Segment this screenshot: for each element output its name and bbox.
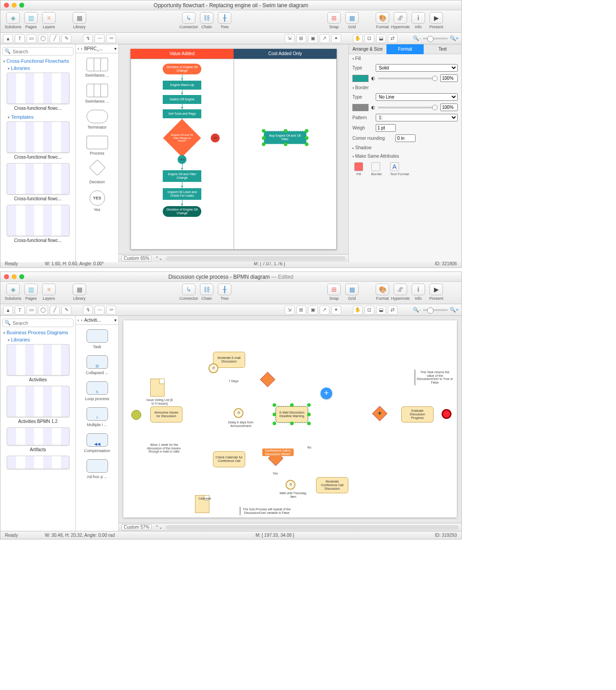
- decision-shape[interactable]: Engine Oil and Oil Filter Ready at Hand?: [163, 119, 201, 157]
- arrow-tool[interactable]: ↗: [320, 306, 330, 315]
- zoom-dropdown[interactable]: Custom 57%: [121, 524, 152, 530]
- stencil-item[interactable]: Swimlanes ...: [76, 79, 118, 105]
- selection-handle[interactable]: [290, 422, 294, 425]
- lane-cost-added[interactable]: Buy Engine Oil and Oil Filter: [234, 59, 337, 249]
- forward-icon[interactable]: ›: [81, 318, 82, 323]
- group-tool[interactable]: ▣: [308, 306, 318, 315]
- stencil-menu-icon[interactable]: ▾: [114, 318, 117, 323]
- stencil-item[interactable]: ◀◀Compensation: [76, 429, 118, 455]
- template-thumb[interactable]: [7, 205, 69, 236]
- timer-event[interactable]: ⏱: [208, 363, 218, 373]
- align-tool[interactable]: ⇲: [285, 34, 295, 43]
- rect-tool[interactable]: ▭: [26, 34, 36, 43]
- format-button[interactable]: Format: [373, 12, 391, 29]
- color-picker-icon[interactable]: ◐: [371, 105, 375, 110]
- stamp-tool[interactable]: ⬓: [376, 306, 386, 315]
- fill-color-swatch[interactable]: [352, 75, 369, 82]
- zoom-control[interactable]: 🔍- 🔍+: [413, 307, 459, 313]
- chain-button[interactable]: Chain: [198, 284, 216, 301]
- close-icon[interactable]: [4, 274, 9, 279]
- eyedropper-tool[interactable]: ✑: [106, 34, 116, 43]
- zoom-control[interactable]: 🔍- 🔍+: [413, 35, 459, 41]
- template-thumb[interactable]: [7, 163, 69, 194]
- process-shape[interactable]: Engine Warm-Up: [163, 81, 201, 90]
- process-shape[interactable]: Engine Oil and Filter Change: [163, 170, 201, 182]
- library-thumb[interactable]: [7, 456, 69, 469]
- parallel-gateway[interactable]: [372, 406, 387, 421]
- fill-type-select[interactable]: Solid: [376, 64, 458, 72]
- zoom-out-icon[interactable]: 🔍-: [413, 35, 421, 41]
- close-icon[interactable]: [4, 3, 9, 8]
- distribute-tool[interactable]: ⊞: [296, 306, 306, 315]
- selection-handle[interactable]: [262, 142, 265, 146]
- library-thumb[interactable]: [7, 344, 69, 375]
- chain-button[interactable]: Chain: [198, 12, 216, 29]
- crop-tool[interactable]: ⊡: [364, 34, 374, 43]
- lane-value-added[interactable]: Decision of Engine Oil Change Engine War…: [131, 59, 234, 249]
- msa-border-button[interactable]: Border: [371, 162, 382, 176]
- solutions-button[interactable]: Solutions: [4, 284, 22, 301]
- template-thumb[interactable]: [7, 121, 69, 153]
- wand-tool[interactable]: ✦: [331, 306, 341, 315]
- selection-handle[interactable]: [273, 403, 276, 407]
- selection-handle[interactable]: [307, 403, 311, 407]
- layers-button[interactable]: Layers: [40, 284, 58, 301]
- selection-handle[interactable]: [305, 129, 308, 133]
- connector-tool[interactable]: ↯: [83, 306, 93, 315]
- wand-tool[interactable]: ✦: [331, 34, 341, 43]
- pen-tool[interactable]: ✎: [61, 306, 71, 315]
- stencil-item[interactable]: Process: [76, 131, 118, 157]
- pages-button[interactable]: Pages: [22, 12, 40, 29]
- group-fill[interactable]: Fill: [349, 54, 461, 63]
- back-icon[interactable]: ‹: [78, 318, 79, 323]
- zoom-in-icon[interactable]: 🔍+: [450, 307, 459, 313]
- task-email-warning[interactable]: E-Mail Discussion Deadline Warning: [276, 406, 308, 423]
- zoom-dropdown[interactable]: Custom 65%: [121, 255, 152, 261]
- stencil-item[interactable]: ⊞Collapsed ...: [76, 351, 118, 377]
- selection-handle[interactable]: [273, 422, 276, 425]
- connector-tool[interactable]: ↯: [83, 34, 93, 43]
- line-tool[interactable]: ╱: [50, 34, 60, 43]
- fill-opacity-input[interactable]: [440, 74, 458, 82]
- color-picker-icon[interactable]: ◐: [371, 76, 375, 81]
- group-border[interactable]: Border: [349, 83, 461, 92]
- library-thumb[interactable]: [7, 427, 69, 445]
- maximize-icon[interactable]: [19, 3, 24, 8]
- forward-icon[interactable]: ›: [81, 46, 82, 51]
- pen-tool[interactable]: ✎: [61, 34, 71, 43]
- selection-handle[interactable]: [284, 142, 287, 146]
- group-tool[interactable]: ▣: [308, 34, 318, 43]
- tree-button[interactable]: Tree: [216, 284, 234, 301]
- library-thumb[interactable]: [7, 73, 69, 104]
- selection-handle[interactable]: [273, 413, 276, 416]
- data-object[interactable]: [150, 379, 165, 397]
- library-thumb[interactable]: [7, 386, 69, 417]
- task-evaluate[interactable]: Evaluate Discussion Progress: [401, 406, 434, 423]
- stencil-item[interactable]: YESYes: [76, 186, 118, 214]
- zoom-in-icon[interactable]: 🔍+: [450, 35, 459, 41]
- pattern-select[interactable]: 1:: [376, 114, 458, 121]
- border-opacity-input[interactable]: [440, 104, 458, 111]
- arrow-tool[interactable]: ↗: [320, 34, 330, 43]
- border-type-select[interactable]: No Line: [376, 93, 458, 101]
- select-tool[interactable]: ▲: [3, 34, 13, 43]
- ellipse-tool[interactable]: ◯: [38, 34, 48, 43]
- ellipse-tool[interactable]: ◯: [38, 306, 48, 315]
- border-opacity-slider[interactable]: [378, 107, 438, 108]
- add-shape-button[interactable]: +: [321, 388, 332, 399]
- selection-handle[interactable]: [307, 413, 311, 416]
- stencil-item[interactable]: Swimlanes ...: [76, 53, 118, 79]
- line-tool[interactable]: ╱: [50, 306, 60, 315]
- msa-text-button[interactable]: AText Format: [390, 162, 409, 176]
- grid-button[interactable]: Grid: [343, 284, 361, 301]
- msa-fill-button[interactable]: Fill: [354, 162, 363, 176]
- process-shape[interactable]: Switch Off Engine: [163, 95, 201, 104]
- border-color-swatch[interactable]: [352, 104, 369, 111]
- search-box[interactable]: 🔍: [2, 319, 74, 327]
- drawing-page[interactable]: Announce Issues for Discussion Issue Vot…: [123, 320, 457, 518]
- start-shape[interactable]: Decision of Engine Oil Change: [163, 64, 201, 74]
- group-shadow[interactable]: Shadow: [349, 143, 461, 152]
- align-tool[interactable]: ⇲: [285, 306, 295, 315]
- task-check-calendar[interactable]: Check Calendar for Conference Call: [213, 451, 245, 467]
- task-moderate-call[interactable]: Moderate Conference Call Discussion: [316, 477, 348, 493]
